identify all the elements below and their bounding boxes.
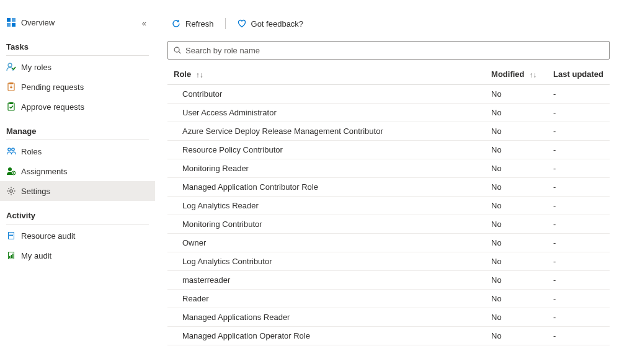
svg-line-24 bbox=[179, 51, 180, 53]
cell-modified: No bbox=[485, 326, 547, 345]
svg-point-11 bbox=[8, 167, 12, 171]
search-box[interactable] bbox=[167, 41, 610, 60]
svg-rect-2 bbox=[7, 23, 11, 27]
clipboard-down-icon bbox=[6, 82, 16, 92]
svg-point-10 bbox=[12, 148, 14, 151]
cell-last-updated: - bbox=[547, 326, 610, 345]
roles-table: Role ↑↓ Modified ↑↓ Last updated Contrib… bbox=[167, 64, 610, 345]
cell-last-updated: - bbox=[547, 103, 610, 122]
person-assign-icon bbox=[6, 166, 16, 176]
role-name-link[interactable]: Reader bbox=[182, 294, 209, 303]
svg-rect-21 bbox=[11, 255, 12, 258]
table-row[interactable]: Managed Application Operator RoleNo- bbox=[167, 326, 610, 345]
sidebar-item-settings[interactable]: Settings bbox=[0, 181, 155, 201]
feedback-button[interactable]: Got feedback? bbox=[233, 16, 308, 31]
toolbar: Refresh Got feedback? bbox=[167, 12, 610, 35]
role-name-link[interactable]: Owner bbox=[182, 238, 206, 247]
sidebar-item-label: My roles bbox=[21, 63, 51, 72]
main-content: Refresh Got feedback? Role ↑↓ Modified bbox=[155, 0, 627, 364]
cell-last-updated: - bbox=[547, 289, 610, 308]
column-header-modified[interactable]: Modified ↑↓ bbox=[485, 64, 547, 84]
column-header-last-updated[interactable]: Last updated bbox=[547, 64, 610, 84]
search-input[interactable] bbox=[185, 46, 604, 55]
table-row[interactable]: Log Analytics ContributorNo- bbox=[167, 252, 610, 270]
cell-modified: No bbox=[485, 252, 547, 270]
role-name-link[interactable]: Log Analytics Contributor bbox=[182, 257, 272, 266]
table-row[interactable]: ContributorNo- bbox=[167, 84, 610, 103]
sidebar-item-my-roles[interactable]: My roles bbox=[0, 57, 155, 77]
sidebar-item-label: My audit bbox=[21, 251, 51, 260]
cell-modified: No bbox=[485, 177, 547, 196]
refresh-button[interactable]: Refresh bbox=[167, 16, 218, 31]
cell-last-updated: - bbox=[547, 215, 610, 233]
gear-icon bbox=[6, 186, 16, 196]
svg-point-23 bbox=[174, 47, 179, 52]
cell-modified: No bbox=[485, 233, 547, 252]
sidebar-overview-label: Overview bbox=[21, 18, 55, 27]
sidebar-item-label: Roles bbox=[21, 147, 42, 156]
role-name-link[interactable]: Contributor bbox=[182, 89, 222, 99]
sidebar-item-assignments[interactable]: Assignments bbox=[0, 161, 155, 181]
table-row[interactable]: Monitoring ContributorNo- bbox=[167, 215, 610, 233]
cell-modified: No bbox=[485, 289, 547, 308]
table-row[interactable]: OwnerNo- bbox=[167, 233, 610, 252]
role-name-link[interactable]: Managed Application Operator Role bbox=[182, 331, 310, 340]
role-name-link[interactable]: Managed Applications Reader bbox=[182, 313, 290, 322]
role-name-link[interactable]: Monitoring Reader bbox=[182, 164, 249, 173]
role-name-link[interactable]: Monitoring Contributor bbox=[182, 220, 262, 229]
table-row[interactable]: Managed Applications ReaderNo- bbox=[167, 308, 610, 326]
sidebar-item-resource-audit[interactable]: Resource audit bbox=[0, 226, 155, 246]
divider bbox=[6, 55, 149, 56]
svg-rect-6 bbox=[9, 82, 13, 84]
role-name-link[interactable]: Log Analytics Reader bbox=[182, 201, 259, 210]
collapse-sidebar-icon[interactable]: « bbox=[142, 19, 146, 28]
table-row[interactable]: masterreaderNo- bbox=[167, 270, 610, 289]
table-row[interactable]: Resource Policy ContributorNo- bbox=[167, 140, 610, 159]
svg-rect-22 bbox=[12, 254, 14, 258]
sidebar-item-roles[interactable]: Roles bbox=[0, 141, 155, 161]
table-row[interactable]: User Access AdministratorNo- bbox=[167, 103, 610, 122]
table-row[interactable]: ReaderNo- bbox=[167, 289, 610, 308]
cell-last-updated: - bbox=[547, 308, 610, 326]
cell-modified: No bbox=[485, 196, 547, 215]
sidebar-item-approve-requests[interactable]: Approve requests bbox=[0, 97, 155, 117]
refresh-label: Refresh bbox=[185, 19, 214, 29]
table-row[interactable]: Monitoring ReaderNo- bbox=[167, 159, 610, 177]
svg-point-4 bbox=[8, 63, 12, 67]
sidebar-item-pending-requests[interactable]: Pending requests bbox=[0, 77, 155, 97]
role-name-link[interactable]: masterreader bbox=[182, 275, 230, 285]
cell-last-updated: - bbox=[547, 84, 610, 103]
role-name-link[interactable]: Resource Policy Contributor bbox=[182, 145, 283, 154]
cell-last-updated: - bbox=[547, 177, 610, 196]
cell-modified: No bbox=[485, 103, 547, 122]
sidebar-group-manage: Manage bbox=[0, 122, 155, 140]
table-row[interactable]: Managed Application Contributor RoleNo- bbox=[167, 177, 610, 196]
cell-last-updated: - bbox=[547, 233, 610, 252]
toolbar-separator bbox=[225, 18, 226, 29]
sidebar-item-my-audit[interactable]: My audit bbox=[0, 246, 155, 265]
search-icon bbox=[173, 46, 182, 55]
sidebar-item-overview[interactable]: Overview bbox=[0, 12, 155, 32]
svg-rect-8 bbox=[9, 102, 13, 104]
role-name-link[interactable]: Azure Service Deploy Release Management … bbox=[182, 127, 383, 136]
table-row[interactable]: Log Analytics ReaderNo- bbox=[167, 196, 610, 215]
divider bbox=[6, 140, 149, 140]
svg-point-13 bbox=[10, 190, 12, 192]
svg-rect-3 bbox=[12, 23, 16, 27]
svg-rect-20 bbox=[9, 256, 11, 258]
sidebar-group-activity: Activity bbox=[0, 206, 155, 224]
role-name-link[interactable]: Managed Application Contributor Role bbox=[182, 182, 318, 192]
role-name-link[interactable]: User Access Administrator bbox=[182, 108, 277, 117]
cell-modified: No bbox=[485, 122, 547, 140]
column-header-role[interactable]: Role ↑↓ bbox=[167, 64, 485, 84]
cell-last-updated: - bbox=[547, 122, 610, 140]
sidebar-group-tasks: Tasks bbox=[0, 37, 155, 55]
cell-modified: No bbox=[485, 308, 547, 326]
svg-rect-0 bbox=[7, 18, 11, 22]
sidebar-item-label: Assignments bbox=[21, 167, 67, 176]
svg-rect-16 bbox=[9, 234, 13, 234]
table-header-row: Role ↑↓ Modified ↑↓ Last updated bbox=[167, 64, 610, 84]
sidebar-item-label: Pending requests bbox=[21, 82, 84, 92]
svg-rect-1 bbox=[12, 18, 16, 22]
table-row[interactable]: Azure Service Deploy Release Management … bbox=[167, 122, 610, 140]
